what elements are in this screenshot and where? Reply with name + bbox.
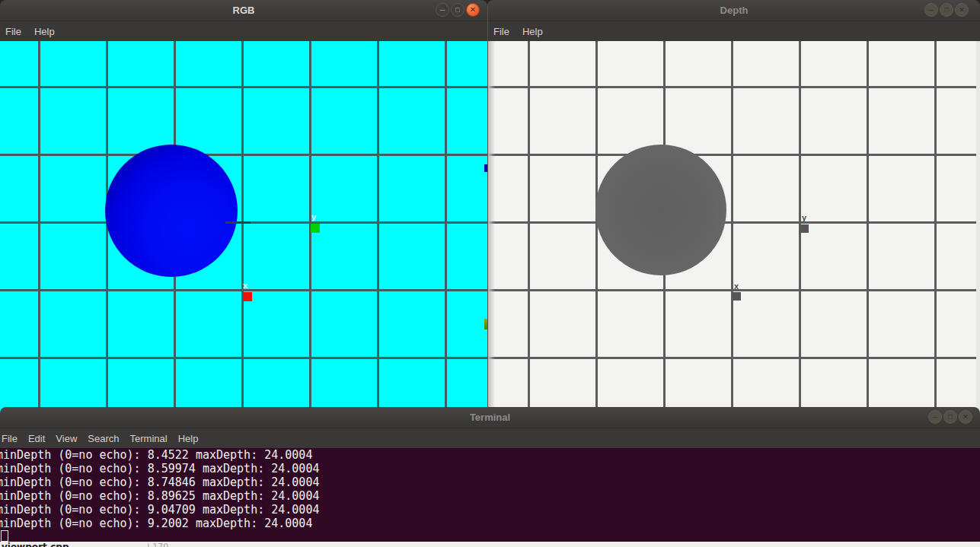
- terminal-window-controls: ─ □ ✕: [928, 410, 972, 424]
- rgb-window-title: RGB: [0, 5, 487, 16]
- z-axis-marker-clipped: [484, 164, 487, 172]
- terminal-line: minDepth (0=no echo): 8.89625 maxDepth: …: [0, 489, 980, 503]
- depth-titlebar[interactable]: Depth ─ □ ✕: [488, 0, 980, 21]
- terminal-line: minDepth (0=no echo): 9.04709 maxDepth: …: [0, 503, 980, 517]
- edge-marker-clipped: [484, 319, 487, 329]
- x-axis-label: x: [243, 281, 247, 290]
- background-window-marks: | 170: [147, 542, 168, 547]
- close-icon: ✕: [962, 414, 969, 421]
- y-axis-label: y: [802, 214, 806, 222]
- rgb-titlebar[interactable]: RGB ─ □ ✕: [0, 0, 487, 21]
- terminal-output[interactable]: minDepth (0=no echo): 8.4522 maxDepth: 2…: [0, 448, 980, 542]
- maximize-icon: □: [948, 414, 952, 421]
- terminal-menu-terminal[interactable]: Terminal: [130, 433, 168, 444]
- x-axis-marker: [733, 292, 741, 301]
- terminal-cursor: [1, 530, 8, 542]
- terminal-menu-edit[interactable]: Edit: [28, 433, 45, 444]
- background-window-sliver: viewport.cpp | 170: [0, 542, 980, 547]
- terminal-titlebar[interactable]: Terminal ─ □ ✕: [0, 407, 980, 428]
- minimize-button[interactable]: ─: [436, 3, 449, 17]
- minimize-icon: ─: [933, 414, 937, 421]
- terminal-line: minDepth (0=no echo): 8.4522 maxDepth: 2…: [0, 448, 980, 462]
- close-button[interactable]: ✕: [955, 3, 969, 17]
- terminal-line: minDepth (0=no echo): 8.59974 maxDepth: …: [0, 462, 980, 475]
- sphere-edge-tick: [225, 221, 251, 224]
- minimize-icon: ─: [440, 7, 445, 14]
- terminal-menu-view[interactable]: View: [56, 433, 77, 444]
- terminal-window: Terminal ─ □ ✕ File Edit View Search Ter…: [0, 407, 980, 542]
- maximize-button[interactable]: □: [943, 410, 957, 424]
- terminal-window-title: Terminal: [0, 412, 980, 423]
- maximize-button[interactable]: □: [451, 3, 464, 17]
- rgb-window-controls: ─ □ ✕: [436, 3, 480, 17]
- depth-menu-help[interactable]: Help: [522, 26, 543, 37]
- maximize-icon: □: [944, 7, 948, 14]
- terminal-menu-file[interactable]: File: [2, 433, 18, 444]
- background-window-tab[interactable]: viewport.cpp: [2, 542, 69, 547]
- terminal-menubar: File Edit View Search Terminal Help: [0, 428, 980, 448]
- close-button[interactable]: ✕: [959, 410, 972, 424]
- depth-menubar: File Help: [488, 21, 980, 41]
- depth-menu-file[interactable]: File: [493, 26, 509, 37]
- close-button[interactable]: ✕: [466, 3, 480, 17]
- rgb-menu-help[interactable]: Help: [34, 26, 55, 37]
- gray-sphere: [595, 145, 726, 275]
- y-axis-marker: [800, 224, 809, 233]
- y-axis-label: y: [311, 213, 316, 221]
- close-icon: ✕: [959, 7, 965, 14]
- rgb-menubar: File Help: [0, 21, 487, 41]
- terminal-line: minDepth (0=no echo): 8.74846 maxDepth: …: [0, 475, 980, 489]
- terminal-menu-search[interactable]: Search: [88, 433, 119, 444]
- x-axis-label: x: [734, 282, 739, 291]
- maximize-button[interactable]: □: [940, 3, 953, 17]
- depth-window-controls: ─ □ ✕: [924, 3, 969, 17]
- blue-sphere: [105, 145, 238, 277]
- minimize-button[interactable]: ─: [924, 3, 938, 17]
- depth-window-title: Depth: [488, 5, 980, 16]
- terminal-line: minDepth (0=no echo): 9.2002 maxDepth: 2…: [0, 517, 980, 530]
- minimize-button[interactable]: ─: [928, 410, 942, 424]
- maximize-icon: □: [455, 7, 459, 14]
- terminal-menu-help[interactable]: Help: [178, 433, 199, 444]
- close-icon: ✕: [470, 6, 476, 14]
- minimize-icon: ─: [929, 7, 934, 14]
- y-axis-marker: [311, 224, 320, 233]
- rgb-menu-file[interactable]: File: [5, 26, 21, 37]
- x-axis-marker: [243, 292, 252, 301]
